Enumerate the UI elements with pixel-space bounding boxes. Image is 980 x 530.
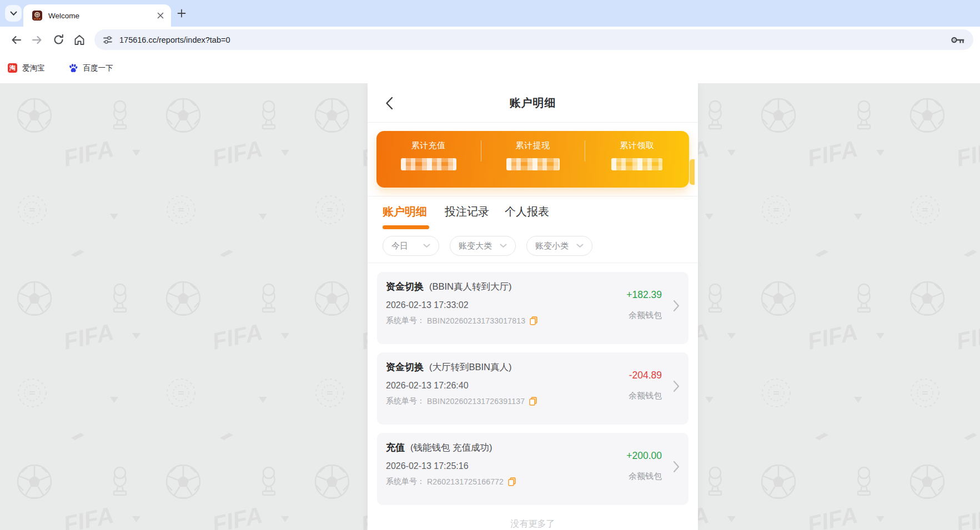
arrow-left-icon bbox=[10, 34, 22, 46]
transaction-note: (钱能钱包 充值成功) bbox=[410, 442, 492, 454]
page-title: 账户明细 bbox=[510, 95, 556, 110]
transaction-row[interactable]: 充值 (钱能钱包 充值成功) 2026-02-13 17:25:16 系统单号：… bbox=[377, 433, 688, 505]
baidu-paw-icon bbox=[68, 63, 78, 73]
copy-order-button[interactable] bbox=[530, 316, 537, 325]
reload-button[interactable] bbox=[48, 29, 69, 51]
filter-row: 今日 账变大类 账变小类 bbox=[383, 236, 683, 256]
stat-label: 累计充值 bbox=[411, 140, 446, 151]
copy-order-button[interactable] bbox=[529, 397, 537, 406]
wallet-label: 余额钱包 bbox=[629, 391, 662, 401]
tab-label: 个人报表 bbox=[505, 205, 549, 218]
arrow-right-icon bbox=[31, 34, 43, 46]
transaction-amount: -204.89 bbox=[629, 370, 662, 381]
bookmark-baidu[interactable]: 百度一下 bbox=[68, 63, 113, 73]
home-button[interactable] bbox=[69, 29, 90, 51]
chevron-down-icon bbox=[500, 244, 507, 248]
tab-label: 账户明细 bbox=[383, 205, 427, 218]
tab-search-button[interactable] bbox=[5, 5, 22, 22]
home-icon bbox=[73, 34, 86, 46]
chevron-right-icon bbox=[673, 300, 680, 312]
stat-label: 累计提现 bbox=[516, 140, 550, 151]
bookmarks-bar: 淘 爱淘宝 百度一下 bbox=[0, 53, 980, 83]
stats-scroll-peek bbox=[690, 159, 695, 185]
page-background: FIFA 账户明细 累计充值 bbox=[0, 83, 980, 530]
cumulative-stats-card[interactable]: 累计充值 累计提现 累计领取 bbox=[376, 131, 689, 188]
filter-label: 今日 bbox=[391, 241, 408, 251]
filter-subcategory-dropdown[interactable]: 账变小类 bbox=[526, 236, 592, 256]
stats-section: 累计充值 累计提现 累计领取 bbox=[368, 123, 698, 196]
order-label: 系统单号： bbox=[386, 396, 425, 406]
site-controls-icon bbox=[103, 35, 113, 45]
url-text[interactable]: 175616.cc/reports/index?tab=0 bbox=[119, 36, 951, 44]
site-favicon bbox=[32, 11, 42, 21]
back-navigation-button[interactable] bbox=[382, 96, 396, 110]
close-icon bbox=[157, 12, 164, 19]
copy-order-button[interactable] bbox=[508, 477, 516, 486]
account-detail-panel: 账户明细 累计充值 累计提现 累计领取 bbox=[368, 83, 698, 530]
transaction-type: 资金切换 bbox=[386, 280, 424, 293]
tab-account-detail[interactable]: 账户明细 bbox=[383, 204, 429, 229]
copy-icon bbox=[530, 316, 537, 325]
transaction-note: (大厅转到BBIN真人) bbox=[429, 361, 512, 373]
tab-personal-report[interactable]: 个人报表 bbox=[505, 204, 549, 219]
order-number: BBIN202602131733017813 bbox=[427, 316, 525, 325]
stat-total-deposit: 累计充值 bbox=[376, 131, 481, 188]
bookmark-label: 百度一下 bbox=[83, 63, 113, 73]
list-end-text: 没有更多了 bbox=[377, 518, 688, 530]
stat-total-withdrawal: 累计提现 bbox=[481, 131, 585, 188]
forward-button[interactable] bbox=[27, 29, 48, 51]
new-tab-button[interactable] bbox=[175, 7, 188, 19]
address-bar[interactable]: 175616.cc/reports/index?tab=0 bbox=[94, 29, 973, 50]
bookmark-taobao[interactable]: 淘 爱淘宝 bbox=[8, 63, 45, 73]
tab-title: Welcome bbox=[48, 12, 155, 20]
order-label: 系统单号： bbox=[386, 477, 425, 487]
transaction-row[interactable]: 资金切换 (大厅转到BBIN真人) 2026-02-13 17:26:40 系统… bbox=[377, 352, 688, 425]
plus-icon bbox=[177, 9, 186, 18]
browser-tabstrip: Welcome bbox=[0, 0, 980, 27]
order-number: BBIN202602131726391137 bbox=[427, 397, 525, 406]
wallet-label: 余额钱包 bbox=[626, 471, 662, 482]
chevron-down-icon bbox=[423, 244, 430, 248]
tab-bet-records[interactable]: 投注记录 bbox=[445, 204, 489, 219]
tab-label: 投注记录 bbox=[445, 205, 489, 218]
segment-tabs: 账户明细 投注记录 个人报表 bbox=[383, 204, 683, 229]
chevron-left-icon bbox=[385, 97, 393, 110]
transaction-type: 充值 bbox=[386, 441, 405, 454]
order-label: 系统单号： bbox=[386, 316, 425, 326]
filter-label: 账变大类 bbox=[459, 241, 492, 251]
chevron-right-icon bbox=[673, 461, 680, 473]
order-number: R2602131725166772 bbox=[427, 477, 504, 486]
chevron-down-icon bbox=[10, 11, 17, 16]
masked-value bbox=[506, 158, 560, 170]
back-button[interactable] bbox=[6, 29, 27, 51]
reload-icon bbox=[53, 34, 64, 46]
masked-value bbox=[611, 158, 662, 170]
transaction-amount: +200.00 bbox=[626, 450, 662, 462]
chevron-down-icon bbox=[576, 244, 584, 248]
transaction-type: 资金切换 bbox=[386, 361, 424, 373]
transaction-row[interactable]: 资金切换 (BBIN真人转到大厅) 2026-02-13 17:33:02 系统… bbox=[377, 272, 688, 344]
panel-header: 账户明细 bbox=[368, 83, 698, 123]
password-key-icon[interactable] bbox=[951, 34, 965, 46]
filter-category-dropdown[interactable]: 账变大类 bbox=[450, 236, 516, 256]
active-tab-underline bbox=[383, 225, 429, 229]
browser-toolbar: 175616.cc/reports/index?tab=0 bbox=[0, 27, 980, 53]
copy-icon bbox=[508, 477, 516, 486]
masked-value bbox=[401, 158, 456, 170]
stat-total-claimed: 累计领取 bbox=[585, 131, 689, 188]
filter-date-dropdown[interactable]: 今日 bbox=[383, 236, 439, 256]
transaction-list: 资金切换 (BBIN真人转到大厅) 2026-02-13 17:33:02 系统… bbox=[368, 263, 698, 530]
transaction-note: (BBIN真人转到大厅) bbox=[429, 281, 512, 293]
wallet-label: 余额钱包 bbox=[626, 310, 662, 321]
copy-icon bbox=[529, 397, 537, 406]
transaction-amount: +182.39 bbox=[626, 289, 662, 301]
taobao-icon: 淘 bbox=[8, 63, 17, 73]
stat-label: 累计领取 bbox=[620, 140, 654, 151]
bookmark-label: 爱淘宝 bbox=[22, 63, 45, 73]
filter-label: 账变小类 bbox=[535, 241, 569, 251]
tabs-and-filters-section: 账户明细 投注记录 个人报表 今日 bbox=[368, 196, 698, 263]
browser-tab[interactable]: Welcome bbox=[23, 4, 171, 27]
tab-close-button[interactable] bbox=[155, 11, 165, 21]
chevron-right-icon bbox=[673, 380, 680, 392]
